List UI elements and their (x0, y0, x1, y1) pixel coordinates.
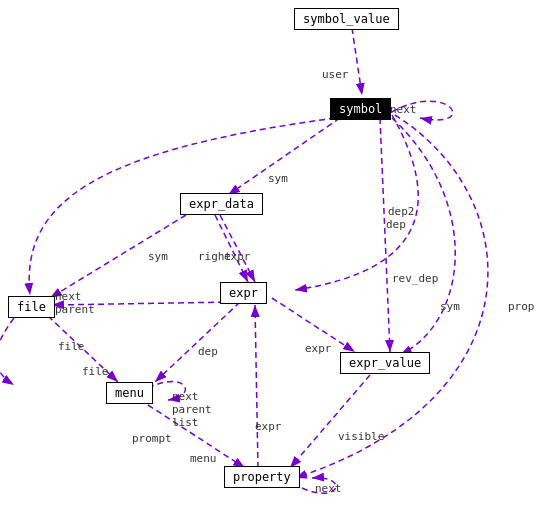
label-next-menu: next (172, 390, 199, 403)
label-expr-exprvalue: expr (305, 342, 332, 355)
node-menu: menu (106, 382, 153, 404)
svg-line-2 (352, 28, 362, 95)
svg-line-5 (215, 215, 248, 282)
node-file: file (8, 296, 55, 318)
label-next-file: next (55, 290, 82, 303)
label-dep2: dep2 (388, 205, 415, 218)
svg-line-6 (220, 215, 255, 282)
node-property: property (224, 466, 300, 488)
label-rev-dep: rev_dep (392, 272, 438, 285)
label-file-menu: file (82, 365, 109, 378)
svg-line-11 (155, 302, 240, 382)
graph-container: symbol_value symbol expr_data file expr … (0, 0, 547, 523)
label-visible: visible (338, 430, 384, 443)
label-next-property: next (315, 482, 342, 495)
label-dep-symbol: dep (386, 218, 406, 231)
node-symbol-value: symbol_value (294, 8, 399, 30)
label-sym-symbol-exprdata: sym (268, 172, 288, 185)
label-expr-exprdata: expr (224, 250, 251, 263)
svg-line-13 (290, 375, 370, 468)
label-menu-property: menu (190, 452, 217, 465)
node-expr-value: expr_value (340, 352, 430, 374)
label-sym-exprdata-file: sym (148, 250, 168, 263)
label-user: user (322, 68, 349, 81)
label-parent-menu: parent (172, 403, 212, 416)
svg-line-14 (255, 305, 258, 468)
graph-svg (0, 0, 547, 523)
node-symbol: symbol (330, 98, 391, 120)
label-list-menu: list (172, 416, 199, 429)
svg-line-4 (380, 118, 390, 352)
node-expr-data: expr_data (180, 193, 263, 215)
label-sym-right: sym (440, 300, 460, 313)
label-prompt: prompt (132, 432, 172, 445)
label-file-self: file (58, 340, 85, 353)
label-expr-property: expr (255, 420, 282, 433)
label-next-symbol: next (390, 103, 417, 116)
label-prop: prop (508, 300, 535, 313)
node-expr: expr (220, 282, 267, 304)
label-parent-file: parent (55, 303, 95, 316)
label-dep-expr: dep (198, 345, 218, 358)
